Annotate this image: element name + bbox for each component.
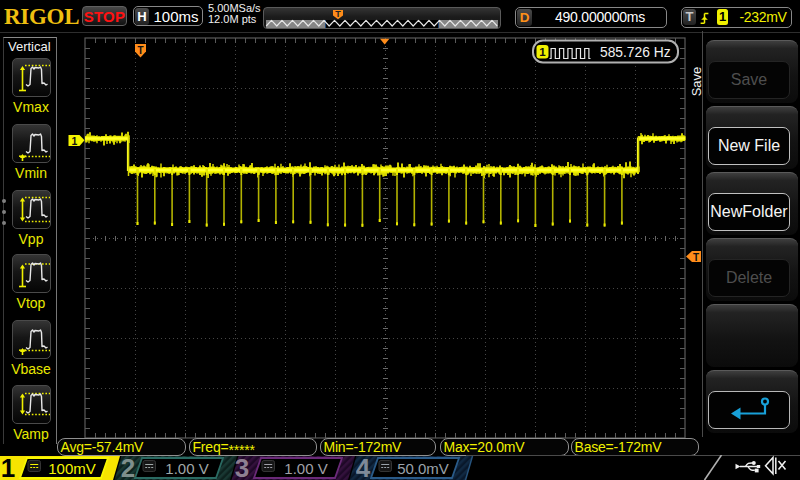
svg-text:4: 4	[356, 455, 371, 480]
svg-text:T: T	[137, 45, 143, 56]
svg-text:585.726 Hz: 585.726 Hz	[600, 45, 671, 60]
svg-text:T: T	[693, 252, 699, 263]
svg-text:1: 1	[72, 135, 78, 147]
svg-text:50.0mV: 50.0mV	[397, 460, 449, 477]
svg-text:3: 3	[235, 455, 249, 480]
svg-text:2: 2	[121, 455, 135, 480]
svg-text:100mV: 100mV	[48, 460, 96, 477]
svg-text:1.00 V: 1.00 V	[284, 460, 327, 477]
svg-text:1: 1	[539, 46, 546, 58]
svg-text:1: 1	[1, 455, 15, 480]
svg-text:1.00 V: 1.00 V	[165, 460, 208, 477]
